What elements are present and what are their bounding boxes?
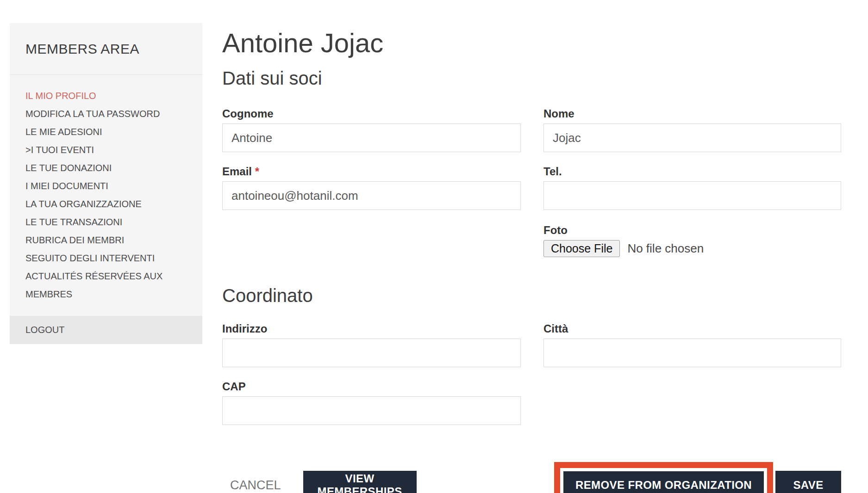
sidebar-item-rubrica-dei-membri[interactable]: RUBRICA DEI MEMBRI <box>25 231 188 249</box>
sidebar-menu: IL MIO PROFILO MODIFICA LA TUA PASSWORD … <box>10 75 202 309</box>
cap-input[interactable] <box>222 396 521 425</box>
sidebar: MEMBERS AREA IL MIO PROFILO MODIFICA LA … <box>10 23 202 344</box>
sidebar-item-modifica-password[interactable]: MODIFICA LA TUA PASSWORD <box>25 105 188 123</box>
sidebar-item-le-tue-donazioni[interactable]: LE TUE DONAZIONI <box>25 159 188 177</box>
sidebar-item-le-tue-transazioni[interactable]: LE TUE TRANSAZIONI <box>25 213 188 231</box>
sidebar-item-i-tuoi-eventi[interactable]: >I TUOI EVENTI <box>25 141 188 159</box>
foto-label: Foto <box>543 224 841 237</box>
tel-input[interactable] <box>543 181 841 210</box>
sidebar-item-i-miei-documenti[interactable]: I MIEI DOCUMENTI <box>25 177 188 195</box>
nome-label: Nome <box>543 107 841 120</box>
cancel-button[interactable]: CANCEL <box>230 478 281 493</box>
main-content: Antoine Jojac Dati sui soci Cognome Nome… <box>222 25 841 493</box>
sidebar-title: MEMBERS AREA <box>10 23 202 75</box>
annotation-highlight-box: REMOVE FROM ORGANIZATION <box>554 462 773 493</box>
file-chosen-status: No file chosen <box>627 241 704 256</box>
nome-field-group: Nome <box>543 107 841 152</box>
citta-field-group: Città <box>543 322 841 367</box>
page-title: Antoine Jojac <box>222 25 841 60</box>
cognome-label: Cognome <box>222 107 521 120</box>
email-label: Email <box>222 165 252 178</box>
contact-form: Indirizzo Città CAP <box>222 322 841 438</box>
citta-input[interactable] <box>543 339 841 367</box>
save-button[interactable]: SAVE <box>775 471 841 493</box>
sidebar-item-logout[interactable]: LOGOUT <box>10 316 202 344</box>
member-data-form: Cognome Nome Email * Tel. Foto Choose Fi… <box>222 107 841 270</box>
citta-label: Città <box>543 322 841 335</box>
tel-field-group: Tel. <box>543 165 841 210</box>
sidebar-item-la-tua-organizzazione[interactable]: LA TUA ORGANIZZAZIONE <box>25 195 188 213</box>
remove-from-organization-button[interactable]: REMOVE FROM ORGANIZATION <box>563 471 764 493</box>
tel-label: Tel. <box>543 165 841 178</box>
view-memberships-button[interactable]: VIEW MEMBERSHIPS <box>303 471 417 493</box>
right-action-group: REMOVE FROM ORGANIZATION SAVE <box>554 462 841 493</box>
form-actions: CANCEL VIEW MEMBERSHIPS REMOVE FROM ORGA… <box>222 462 841 493</box>
nome-input[interactable] <box>543 123 841 152</box>
required-asterisk: * <box>255 165 259 178</box>
indirizzo-field-group: Indirizzo <box>222 322 521 367</box>
foto-file-input: Choose File No file chosen <box>543 240 841 257</box>
contact-section-title: Coordinato <box>222 284 841 307</box>
indirizzo-input[interactable] <box>222 339 521 367</box>
cognome-input[interactable] <box>222 123 521 152</box>
sidebar-item-actualites-reservees[interactable]: ACTUALITÉS RÉSERVÉES AUX MEMBRES <box>25 267 188 303</box>
members-area-page: MEMBERS AREA IL MIO PROFILO MODIFICA LA … <box>0 0 868 493</box>
sidebar-item-il-mio-profilo[interactable]: IL MIO PROFILO <box>25 87 188 105</box>
cognome-field-group: Cognome <box>222 107 521 152</box>
cap-field-group: CAP <box>222 380 521 425</box>
sidebar-item-le-mie-adesioni[interactable]: LE MIE ADESIONI <box>25 123 188 141</box>
cap-label: CAP <box>222 380 521 393</box>
indirizzo-label: Indirizzo <box>222 322 521 335</box>
sidebar-item-seguito-interventi[interactable]: SEGUITO DEGLI INTERVENTI <box>25 249 188 267</box>
email-field-group: Email * <box>222 165 521 210</box>
email-input[interactable] <box>222 181 521 210</box>
foto-field-group: Foto Choose File No file chosen <box>543 224 841 257</box>
member-data-section-title: Dati sui soci <box>222 67 841 90</box>
choose-file-button[interactable]: Choose File <box>543 240 620 257</box>
